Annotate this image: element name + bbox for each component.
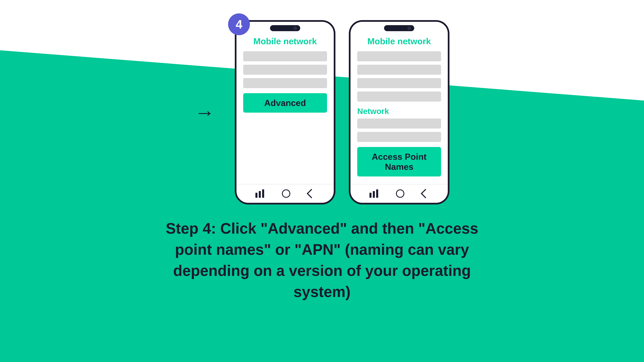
r-bar-6 <box>357 132 441 142</box>
phone-left-title: Mobile network <box>243 36 327 46</box>
arrow-icon: → <box>194 101 215 124</box>
access-point-names-button[interactable]: Access Point Names <box>357 147 441 176</box>
nav-back-right <box>422 190 429 197</box>
phone-left-bottom <box>236 184 334 203</box>
r-bar-4 <box>357 91 441 102</box>
placeholder-bar-2 <box>243 65 327 75</box>
r-bar-2 <box>357 65 441 75</box>
phone-right: Mobile network Network Access Point Name… <box>349 20 450 204</box>
phone-camera-left <box>294 26 297 30</box>
nav-bars-left <box>256 189 264 198</box>
phone-left-content: Mobile network Advanced <box>236 33 334 184</box>
r-bar-5 <box>357 118 441 129</box>
phone-left: Mobile network Advanced <box>235 20 336 204</box>
phone-camera-right <box>408 26 411 30</box>
instruction-text-container: Step 4: Click "Advanced" and then "Acces… <box>138 218 506 302</box>
phone-left-wrapper: 4 Mobile network Advanced <box>235 20 336 204</box>
phone-right-wrapper: Mobile network Network Access Point Name… <box>349 20 450 204</box>
phone-top-left <box>236 22 334 33</box>
nav-bars-right <box>370 189 378 198</box>
arrow-container: → <box>194 101 215 124</box>
instruction-text: Step 4: Click "Advanced" and then "Acces… <box>154 218 490 302</box>
placeholder-bar-1 <box>243 51 327 61</box>
placeholder-bar-3 <box>243 78 327 88</box>
main-content: → 4 Mobile network Advanced <box>0 0 644 362</box>
r-bar-3 <box>357 78 441 88</box>
phone-right-content: Mobile network Network Access Point Name… <box>350 33 448 184</box>
phone-top-right <box>350 22 448 33</box>
network-section-label: Network <box>357 107 441 116</box>
nav-circle-left <box>282 189 290 198</box>
step-number: 4 <box>236 17 242 31</box>
advanced-button[interactable]: Advanced <box>243 93 327 113</box>
r-bar-1 <box>357 51 441 61</box>
phone-notch-right <box>384 25 414 31</box>
phones-row: → 4 Mobile network Advanced <box>194 20 450 204</box>
phone-notch-left <box>270 25 300 31</box>
phone-right-title: Mobile network <box>357 36 441 46</box>
nav-circle-right <box>396 189 404 198</box>
phone-right-bottom <box>350 184 448 203</box>
step-badge: 4 <box>228 13 250 35</box>
nav-back-left <box>308 190 315 197</box>
